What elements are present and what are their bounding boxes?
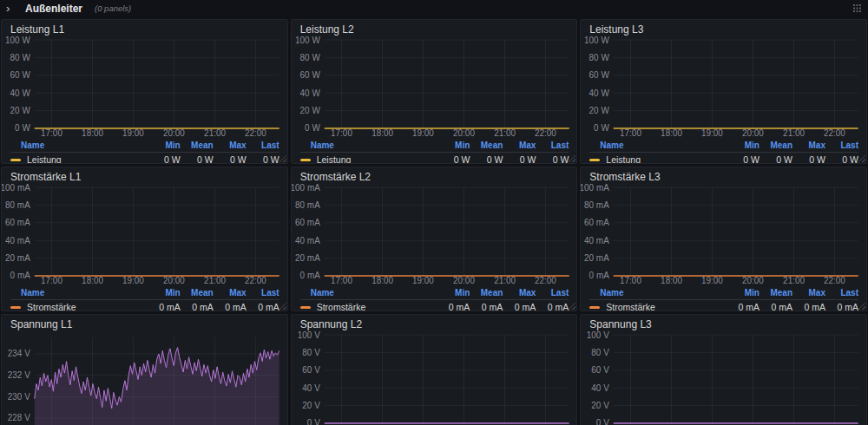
legend: Name Min Mean Max Last Stromstärke 0 mA … <box>292 288 577 311</box>
svg-text:100 V: 100 V <box>298 330 320 340</box>
legend-col-max[interactable]: Max <box>503 288 536 298</box>
svg-text:80 W: 80 W <box>10 53 31 62</box>
svg-text:17:00: 17:00 <box>41 276 62 285</box>
chart-area[interactable]: 100 mA80 mA60 mA40 mA20 mA0 mA17:0018:00… <box>2 183 287 288</box>
legend-last-value: 0 W <box>247 154 279 164</box>
svg-text:60 V: 60 V <box>302 365 320 375</box>
legend-header: Name Min Mean Max Last <box>10 141 279 151</box>
row-title[interactable]: Außenleiter <box>25 3 82 15</box>
legend-col-max[interactable]: Max <box>214 141 247 151</box>
legend-col-name[interactable]: Name <box>300 288 437 298</box>
svg-text:22:00: 22:00 <box>535 128 556 138</box>
legend-col-name[interactable]: Name <box>10 288 148 298</box>
panel-leistung-l3: Leistung L3 100 W80 W60 W40 W20 W0 W17:0… <box>580 19 867 164</box>
panel-title[interactable]: Stromstärke L1 <box>2 167 287 183</box>
legend-col-max[interactable]: Max <box>792 141 825 151</box>
legend-col-max[interactable]: Max <box>792 288 825 298</box>
svg-text:232 V: 232 V <box>8 370 30 380</box>
legend-last-value: 0 W <box>536 154 569 164</box>
legend: Name Min Mean Max Last Stromstärke 0 mA … <box>581 288 866 311</box>
legend-col-last[interactable]: Last <box>536 288 569 298</box>
svg-text:0 W: 0 W <box>305 123 320 133</box>
svg-text:100 mA: 100 mA <box>2 183 30 193</box>
chart-area[interactable]: 100 mA80 mA60 mA40 mA20 mA0 mA17:0018:00… <box>292 183 577 288</box>
legend-col-last[interactable]: Last <box>247 288 279 298</box>
legend-series-row: Stromstärke 0 mA 0 mA 0 mA 0 mA <box>589 299 858 311</box>
panel-title[interactable]: Stromstärke L2 <box>292 167 577 183</box>
legend-col-mean[interactable]: Mean <box>181 288 214 298</box>
legend-col-max[interactable]: Max <box>214 288 247 298</box>
chart-area[interactable]: 100 V80 V60 V40 V20 V0 V <box>581 330 866 425</box>
panel-title[interactable]: Spannung L3 <box>581 315 866 330</box>
svg-text:0 V: 0 V <box>307 418 320 425</box>
legend-col-name[interactable]: Name <box>589 288 727 298</box>
panel-title[interactable]: Spannung L2 <box>292 315 577 330</box>
svg-text:22:00: 22:00 <box>824 276 845 285</box>
svg-text:19:00: 19:00 <box>122 276 144 285</box>
chart-area[interactable]: 100 W80 W60 W40 W20 W0 W17:0018:0019:002… <box>2 36 287 141</box>
svg-text:0 W: 0 W <box>594 123 609 133</box>
series-color-swatch <box>589 306 600 309</box>
legend-col-last[interactable]: Last <box>825 288 858 298</box>
chart-area[interactable]: 100 W80 W60 W40 W20 W0 W17:0018:0019:002… <box>292 36 577 141</box>
panel-stromst-rke-l1: Stromstärke L1 100 mA80 mA60 mA40 mA20 m… <box>1 167 288 311</box>
legend-col-min[interactable]: Min <box>727 141 760 151</box>
chart-area[interactable]: 234 V232 V230 V228 V <box>2 330 287 425</box>
svg-text:40 mA: 40 mA <box>295 236 320 245</box>
series-label[interactable]: Leistung <box>27 154 62 164</box>
panel-title[interactable]: Stromstärke L3 <box>581 167 866 183</box>
panel-title[interactable]: Spannung L1 <box>2 315 287 330</box>
legend-min-value: 0 W <box>437 154 470 164</box>
series-label[interactable]: Stromstärke <box>27 302 76 311</box>
panel-title[interactable]: Leistung L1 <box>2 20 287 36</box>
svg-text:22:00: 22:00 <box>245 128 266 138</box>
legend-col-mean[interactable]: Mean <box>470 288 503 298</box>
svg-text:230 V: 230 V <box>8 392 30 402</box>
row-collapse-chevron-icon[interactable]: › <box>6 0 18 16</box>
panel-spannung-l3: Spannung L3 100 V80 V60 V40 V20 V0 V <box>580 314 867 425</box>
series-color-swatch <box>300 306 311 309</box>
legend-col-mean[interactable]: Mean <box>760 288 792 298</box>
svg-text:40 V: 40 V <box>592 383 610 393</box>
row-drag-handle-icon[interactable] <box>853 4 861 12</box>
legend-col-min[interactable]: Min <box>437 288 470 298</box>
svg-text:40 W: 40 W <box>589 88 610 98</box>
legend-col-last[interactable]: Last <box>825 141 858 151</box>
legend-col-name[interactable]: Name <box>10 141 148 151</box>
legend-col-min[interactable]: Min <box>148 288 181 298</box>
chart-area[interactable]: 100 V80 V60 V40 V20 V0 V <box>292 330 577 425</box>
panel-leistung-l2: Leistung L2 100 W80 W60 W40 W20 W0 W17:0… <box>291 19 578 164</box>
legend-header: Name Min Mean Max Last <box>300 288 569 298</box>
chart-area[interactable]: 100 W80 W60 W40 W20 W0 W17:0018:0019:002… <box>581 36 866 141</box>
svg-text:80 mA: 80 mA <box>295 200 320 210</box>
svg-text:80 V: 80 V <box>302 348 320 357</box>
legend-col-name[interactable]: Name <box>300 141 437 151</box>
legend-col-mean[interactable]: Mean <box>181 141 214 151</box>
panel-title[interactable]: Leistung L2 <box>292 20 577 36</box>
chart-area[interactable]: 100 mA80 mA60 mA40 mA20 mA0 mA17:0018:00… <box>581 183 866 288</box>
panel-title[interactable]: Leistung L3 <box>581 20 866 36</box>
legend-col-last[interactable]: Last <box>247 141 279 151</box>
svg-text:40 W: 40 W <box>10 88 31 98</box>
legend-col-min[interactable]: Min <box>727 288 760 298</box>
legend-col-max[interactable]: Max <box>503 141 536 151</box>
legend-series-row: Stromstärke 0 mA 0 mA 0 mA 0 mA <box>300 299 569 311</box>
legend-col-last[interactable]: Last <box>536 141 569 151</box>
series-label[interactable]: Stromstärke <box>606 302 655 311</box>
svg-text:19:00: 19:00 <box>701 276 723 285</box>
series-label[interactable]: Stromstärke <box>317 302 366 311</box>
svg-text:20:00: 20:00 <box>163 276 185 285</box>
svg-text:60 mA: 60 mA <box>5 218 30 227</box>
legend-col-mean[interactable]: Mean <box>470 141 503 151</box>
series-label[interactable]: Leistung <box>606 154 641 164</box>
legend-col-min[interactable]: Min <box>437 141 470 151</box>
legend: Name Min Mean Max Last Leistung 0 W 0 W … <box>2 141 287 164</box>
series-label[interactable]: Leistung <box>317 154 352 164</box>
legend-col-mean[interactable]: Mean <box>760 141 792 151</box>
legend-col-name[interactable]: Name <box>589 141 727 151</box>
svg-text:60 V: 60 V <box>592 365 610 375</box>
svg-text:19:00: 19:00 <box>412 276 434 285</box>
svg-text:60 W: 60 W <box>589 70 610 80</box>
svg-text:228 V: 228 V <box>8 413 30 422</box>
legend-col-min[interactable]: Min <box>148 141 181 151</box>
